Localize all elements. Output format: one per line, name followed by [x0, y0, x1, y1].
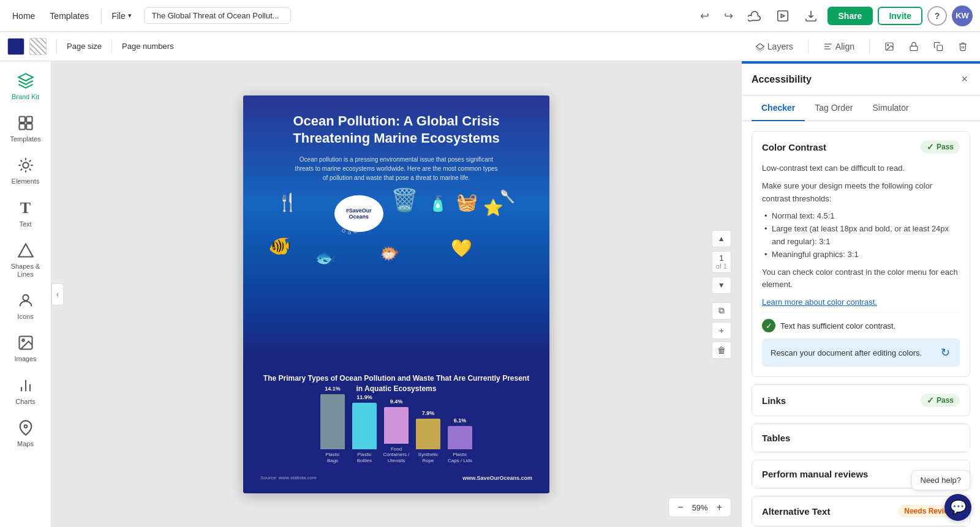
sidebar-item-maps[interactable]: Maps [2, 413, 49, 453]
bar-rect [448, 426, 472, 449]
panel-header: Accessibility × [742, 64, 980, 95]
color-picker[interactable] [7, 38, 24, 55]
sidebar-item-elements[interactable]: Elements [2, 151, 49, 190]
bar-value: 14.1% [325, 386, 341, 392]
secondary-toolbar: Page size Page numbers Layers Align [0, 32, 980, 61]
acc-divider [762, 312, 960, 313]
image-button[interactable] [880, 39, 899, 54]
bar-label: Plastic Bottles [351, 452, 378, 463]
bar-rect [416, 419, 440, 449]
panel-title: Accessibility [752, 74, 812, 85]
links-section: Links ✓ Pass [752, 384, 970, 416]
sidebar-item-brand[interactable]: Brand Kit [2, 66, 49, 106]
rescan-text: Rescan your document after editing color… [771, 348, 940, 357]
share-button[interactable]: Share [827, 7, 873, 25]
pass-check-icon: ✓ [927, 142, 934, 152]
copy-button[interactable] [929, 39, 948, 54]
page-up-button[interactable]: ▲ [712, 230, 731, 247]
doc-lower: The Primary Types of Ocean Pollution and… [243, 364, 549, 493]
toolbar-divider-1 [56, 39, 57, 54]
shapes-icon [16, 241, 36, 260]
top-nav: Home Templates File ↩ ↪ Share Invite ? K… [0, 0, 980, 32]
pattern-picker[interactable] [29, 38, 47, 55]
collapse-panel-arrow[interactable]: ‹ [51, 283, 64, 305]
brand-icon [16, 71, 36, 91]
toolbar-divider-3 [808, 39, 809, 54]
bar-value: 6.1% [454, 417, 467, 424]
page-size-label[interactable]: Page size [67, 42, 102, 51]
nav-file[interactable]: File [109, 11, 134, 21]
color-contrast-desc2: Make sure your design meets the followin… [762, 180, 960, 206]
tab-checker[interactable]: Checker [752, 95, 805, 121]
rescan-box: Rescan your document after editing color… [762, 338, 960, 367]
threshold-list: Normal text: 4.5:1 Large text (at least … [772, 210, 960, 261]
alt-text-section: Alternative Text Needs Review [752, 496, 970, 526]
lock-button[interactable] [904, 39, 924, 54]
garbage-bag-icon: 🗑️ [391, 187, 418, 213]
delete-button[interactable] [953, 39, 973, 54]
cloud-save-button[interactable] [743, 7, 766, 25]
avatar[interactable]: KW [952, 6, 973, 26]
need-help-tooltip: Need help? [911, 470, 971, 490]
rescan-button[interactable]: ↻ [940, 345, 951, 361]
elements-icon [16, 155, 36, 175]
sidebar-item-images[interactable]: Images [2, 328, 49, 368]
learn-more-link[interactable]: Learn more about color contrast. [762, 297, 877, 307]
links-check-icon: ✓ [927, 395, 934, 405]
layers-button[interactable]: Layers [750, 39, 798, 54]
svg-point-16 [22, 339, 24, 342]
bar-group: 11.9%Plastic Bottles [351, 394, 378, 463]
align-button[interactable]: Align [818, 39, 859, 54]
download-button[interactable] [799, 7, 823, 25]
panel-content: Color Contrast ✓ Pass Low-contrast text … [742, 121, 980, 527]
preview-button[interactable] [771, 7, 794, 25]
spoon-icon: 🥄 [500, 189, 515, 204]
threshold-large: Large text (at least 18px and bold, or a… [772, 223, 960, 249]
page-down-button[interactable]: ▼ [712, 277, 731, 294]
maps-icon [16, 418, 36, 438]
add-page-button[interactable]: + [712, 322, 731, 339]
bar-value: 11.9% [356, 394, 372, 400]
doc-title-input[interactable] [144, 7, 291, 24]
svg-rect-7 [937, 45, 943, 51]
layers-label: Layers [767, 42, 793, 51]
color-contrast-header: Color Contrast ✓ Pass [752, 132, 970, 162]
zoom-controls: − 59% + [668, 498, 731, 517]
panel-close-button[interactable]: × [959, 70, 970, 88]
zoom-in-button[interactable]: + [713, 501, 726, 514]
brand-label: Brand Kit [12, 93, 39, 101]
undo-button[interactable]: ↩ [695, 7, 714, 25]
chat-button[interactable]: 💬 [944, 494, 971, 521]
duplicate-page-button[interactable]: ⧉ [712, 302, 731, 320]
left-sidebar: Brand Kit Templates Elements T Text Shap… [0, 61, 51, 527]
invite-button[interactable]: Invite [878, 7, 922, 25]
sidebar-item-charts[interactable]: Charts [2, 371, 49, 411]
tab-tag-order[interactable]: Tag Order [805, 95, 862, 121]
templates-label: Templates [10, 135, 40, 143]
alt-text-header: Alternative Text Needs Review [752, 496, 970, 526]
nav-templates[interactable]: Templates [45, 11, 94, 21]
bar-rect [320, 394, 345, 449]
tab-simulator[interactable]: Simulator [863, 95, 919, 121]
sidebar-item-templates[interactable]: Templates [2, 108, 49, 148]
svg-rect-8 [19, 117, 24, 122]
sidebar-item-shapes[interactable]: Shapes & Lines [2, 236, 49, 283]
elements-label: Elements [12, 178, 40, 185]
doc-url: www.SaveOurOceans.com [462, 475, 532, 481]
templates-icon [16, 113, 36, 133]
sidebar-item-icons[interactable]: Icons [2, 286, 49, 326]
color-contrast-body: Low-contrast text can be difficult to re… [752, 162, 970, 376]
page-numbers-label[interactable]: Page numbers [122, 42, 174, 51]
zoom-out-button[interactable]: − [674, 501, 687, 514]
bar-group: 6.1%Plastic Caps / Lids [447, 417, 473, 463]
links-pass-label: Pass [937, 396, 954, 405]
help-button[interactable]: ? [927, 6, 947, 26]
toolbar-divider-2 [111, 39, 112, 54]
tables-title: Tables [762, 433, 790, 443]
delete-page-button[interactable]: 🗑 [712, 342, 731, 359]
tropical-fish-icon: 🐡 [380, 244, 399, 263]
sidebar-item-text[interactable]: T Text [2, 193, 49, 233]
charts-icon [16, 376, 36, 395]
nav-home[interactable]: Home [7, 11, 40, 21]
redo-button[interactable]: ↪ [719, 7, 738, 25]
